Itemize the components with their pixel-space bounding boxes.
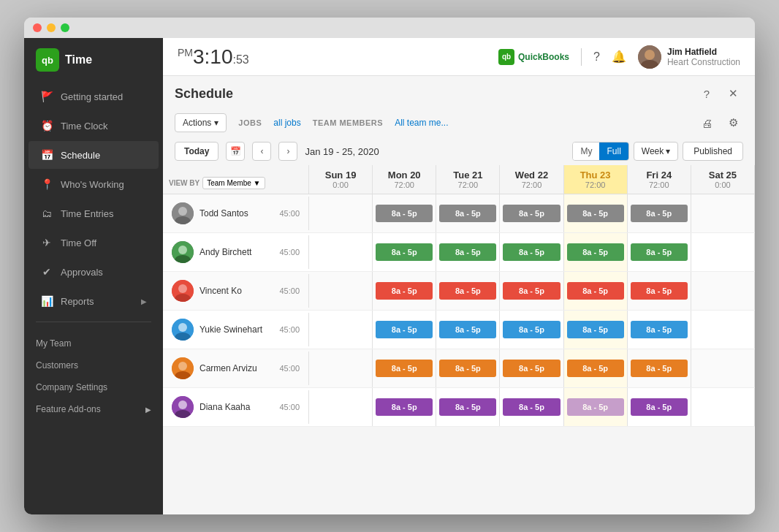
shift-vincent-mon[interactable]: 8a - 5p bbox=[373, 272, 436, 310]
shift-todd-sat[interactable] bbox=[691, 194, 755, 232]
sidebar-item-my-team[interactable]: My Team bbox=[24, 332, 163, 354]
shift-diana-sun[interactable] bbox=[309, 388, 373, 426]
week-chevron: ▾ bbox=[666, 146, 670, 156]
shift-carmen-sat[interactable] bbox=[691, 349, 755, 387]
shift-yukie-sat[interactable] bbox=[691, 311, 755, 349]
published-button[interactable]: Published bbox=[683, 142, 743, 161]
avatar-yukie bbox=[172, 319, 194, 341]
sidebar-item-time-clock[interactable]: ⏰ Time Clock bbox=[28, 112, 159, 140]
shift-diana-fri[interactable]: 8a - 5p bbox=[628, 388, 691, 426]
shift-vincent-thu[interactable]: 8a - 5p bbox=[564, 272, 628, 310]
person-hours-vincent: 45:00 bbox=[279, 286, 300, 295]
settings-icon[interactable]: ⚙ bbox=[723, 113, 743, 133]
actions-button[interactable]: Actions ▾ bbox=[175, 113, 227, 132]
reports-icon: 📊 bbox=[40, 294, 53, 308]
shift-todd-sun[interactable] bbox=[309, 194, 373, 232]
shift-andy-sat[interactable] bbox=[691, 233, 755, 271]
sidebar-item-whos-working[interactable]: 📍 Who's Working bbox=[28, 170, 159, 198]
shift-diana-sat[interactable] bbox=[691, 388, 755, 426]
sidebar-item-schedule[interactable]: 📅 Schedule bbox=[28, 141, 159, 169]
shift-todd-wed[interactable]: 8a - 5p bbox=[500, 194, 563, 232]
sidebar-item-customers[interactable]: Customers bbox=[24, 354, 163, 376]
clock-icon: ⏰ bbox=[40, 119, 53, 132]
shift-diana-thu[interactable]: 8a - 5p bbox=[564, 388, 628, 426]
shift-carmen-fri[interactable]: 8a - 5p bbox=[628, 349, 691, 387]
avatar-todd bbox=[172, 202, 194, 224]
close-icon[interactable]: ✕ bbox=[723, 83, 743, 104]
bell-icon[interactable]: 🔔 bbox=[612, 50, 626, 64]
person-cell-vincent: Vincent Ko 45:00 bbox=[163, 274, 309, 308]
close-dot[interactable] bbox=[33, 23, 42, 32]
sidebar-item-getting-started[interactable]: 🚩 Getting started bbox=[28, 83, 159, 110]
hours-mon: 72:00 bbox=[379, 180, 430, 189]
full-view-button[interactable]: Full bbox=[599, 142, 628, 160]
shift-todd-fri[interactable]: 8a - 5p bbox=[628, 194, 691, 232]
user-company: Heart Construction bbox=[667, 57, 740, 67]
shift-todd-mon[interactable]: 8a - 5p bbox=[373, 194, 436, 232]
shift-yukie-tue[interactable]: 8a - 5p bbox=[436, 311, 500, 349]
members-link[interactable]: All team me... bbox=[395, 118, 448, 128]
shift-diana-tue[interactable]: 8a - 5p bbox=[436, 388, 500, 426]
shift-carmen-wed[interactable]: 8a - 5p bbox=[500, 349, 563, 387]
sidebar-item-time-entries[interactable]: 🗂 Time Entries bbox=[28, 200, 159, 227]
sidebar-item-time-off[interactable]: ✈ Time Off bbox=[28, 229, 159, 256]
minimize-dot[interactable] bbox=[47, 23, 56, 32]
shift-diana-wed[interactable]: 8a - 5p bbox=[500, 388, 563, 426]
shift-andy-mon[interactable]: 8a - 5p bbox=[373, 233, 436, 271]
shift-andy-tue[interactable]: 8a - 5p bbox=[436, 233, 500, 271]
shift-andy-sun[interactable] bbox=[309, 233, 373, 271]
quickbooks-badge[interactable]: qb QuickBooks bbox=[498, 49, 569, 65]
shift-carmen-mon[interactable]: 8a - 5p bbox=[373, 349, 436, 387]
sidebar-item-reports[interactable]: 📊 Reports ▶ bbox=[28, 287, 159, 315]
person-name-yukie: Yukie Swinehart bbox=[200, 324, 262, 335]
flag-icon: 🚩 bbox=[40, 90, 53, 103]
shift-carmen-sun[interactable] bbox=[309, 349, 373, 387]
next-week-button[interactable]: › bbox=[278, 142, 297, 161]
sidebar: qb Time 🚩 Getting started ⏰ Time Clock 📅… bbox=[24, 38, 163, 514]
col-header-fri: Fri 24 72:00 bbox=[628, 165, 691, 194]
shift-todd-tue[interactable]: 8a - 5p bbox=[436, 194, 500, 232]
shift-yukie-sun[interactable] bbox=[309, 311, 373, 349]
hours-sun: 0:00 bbox=[315, 180, 366, 189]
today-button[interactable]: Today bbox=[175, 142, 218, 161]
svg-point-13 bbox=[178, 323, 187, 332]
sidebar-item-company-settings[interactable]: Company Settings bbox=[24, 376, 163, 398]
shift-todd-thu[interactable]: 8a - 5p bbox=[564, 194, 628, 232]
person-name-todd: Todd Santos bbox=[200, 208, 248, 218]
print-icon[interactable]: 🖨 bbox=[696, 113, 717, 133]
shift-vincent-fri[interactable]: 8a - 5p bbox=[628, 272, 691, 310]
col-header-sun: Sun 19 0:00 bbox=[309, 165, 373, 194]
shift-yukie-fri[interactable]: 8a - 5p bbox=[628, 311, 691, 349]
table-row: Yukie Swinehart 45:00 8a - 5p 8a - 5p 8a… bbox=[163, 311, 755, 349]
schedule-title: Schedule bbox=[175, 86, 233, 102]
shift-yukie-mon[interactable]: 8a - 5p bbox=[373, 311, 436, 349]
shift-vincent-tue[interactable]: 8a - 5p bbox=[436, 272, 500, 310]
svg-point-19 bbox=[178, 400, 187, 409]
shift-carmen-tue[interactable]: 8a - 5p bbox=[436, 349, 500, 387]
help-circle-icon[interactable]: ? bbox=[696, 83, 717, 104]
shift-diana-mon[interactable]: 8a - 5p bbox=[373, 388, 436, 426]
calendar-picker-icon[interactable]: 📅 bbox=[226, 142, 245, 161]
shift-yukie-wed[interactable]: 8a - 5p bbox=[500, 311, 563, 349]
shift-vincent-wed[interactable]: 8a - 5p bbox=[500, 272, 563, 310]
shift-andy-wed[interactable]: 8a - 5p bbox=[500, 233, 563, 271]
shift-carmen-thu[interactable]: 8a - 5p bbox=[564, 349, 628, 387]
jobs-link[interactable]: all jobs bbox=[273, 118, 300, 128]
view-by-dropdown[interactable]: Team Membe ▼ bbox=[202, 177, 265, 189]
shift-andy-fri[interactable]: 8a - 5p bbox=[628, 233, 691, 271]
prev-week-button[interactable]: ‹ bbox=[252, 142, 271, 161]
week-view-button[interactable]: Week ▾ bbox=[634, 142, 678, 161]
sidebar-item-feature-addons[interactable]: Feature Add-ons ▶ bbox=[24, 398, 163, 420]
col-header-sat: Sat 25 0:00 bbox=[691, 165, 755, 194]
shift-vincent-sat[interactable] bbox=[691, 272, 755, 310]
shift-andy-thu[interactable]: 8a - 5p bbox=[564, 233, 628, 271]
my-view-button[interactable]: My bbox=[573, 142, 599, 160]
entries-icon: 🗂 bbox=[40, 207, 53, 220]
help-icon[interactable]: ? bbox=[593, 50, 600, 64]
shift-yukie-thu[interactable]: 8a - 5p bbox=[564, 311, 628, 349]
shift-vincent-sun[interactable] bbox=[309, 272, 373, 310]
fullscreen-dot[interactable] bbox=[61, 23, 69, 32]
col-header-thu: Thu 23 72:00 bbox=[564, 165, 628, 194]
logo-icon: qb bbox=[36, 48, 59, 72]
sidebar-item-approvals[interactable]: ✔ Approvals bbox=[28, 258, 159, 286]
